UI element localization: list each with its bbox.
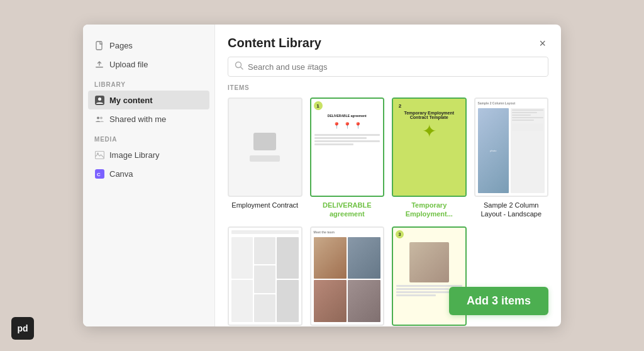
item-multi-col[interactable]: Sample Multi Column Layout <box>228 226 303 326</box>
upload-icon <box>94 59 104 69</box>
main-content: Content Library × ITEMS <box>215 25 561 326</box>
item-thumb-temporary: 2 Temporary Employment Contract Template… <box>392 98 467 197</box>
canva-label: Canva <box>109 169 133 179</box>
logo-badge: pd <box>11 317 34 340</box>
svg-rect-1 <box>96 67 103 68</box>
search-icon <box>235 61 243 72</box>
modal-title: Content Library <box>228 36 321 50</box>
svg-rect-0 <box>96 42 102 50</box>
search-input[interactable] <box>248 62 541 72</box>
item-2col-landscape[interactable]: Sample 2 Column Layout photo <box>474 98 549 219</box>
sidebar-item-upload[interactable]: Upload file <box>83 55 214 74</box>
image-icon <box>94 150 104 160</box>
content-library-modal: Pages Upload file LIBRARY My content <box>83 25 561 326</box>
item-label-temporary: Temporary Employment... <box>392 201 467 219</box>
deliverable-number: 1 <box>314 101 323 110</box>
svg-text:C: C <box>97 172 101 177</box>
modal-header: Content Library × <box>215 25 561 57</box>
item-thumb-multi <box>228 226 303 326</box>
file-icon <box>94 40 104 50</box>
upload-label: Upload file <box>109 60 148 69</box>
item-team-intro[interactable]: Meet the team Sample Team Intro <box>310 226 385 326</box>
sidebar-item-shared-with-me[interactable]: Shared with me <box>83 109 214 128</box>
library-section-label: LIBRARY <box>83 74 214 91</box>
svg-point-3 <box>98 98 101 101</box>
item-thumb-deliverable: 1 DELIVERABLE agreement 📍 📍 📍 <box>310 98 385 197</box>
pages-label: Pages <box>109 41 133 50</box>
item-thumb-2col: Sample 2 Column Layout photo <box>474 98 549 197</box>
item-temporary-employment[interactable]: 2 Temporary Employment Contract Template… <box>392 98 467 219</box>
item-thumb-team: Meet the team <box>310 226 385 326</box>
item-label-2col: Sample 2 Column Layout - Landscape <box>474 201 549 219</box>
person-icon <box>94 95 104 105</box>
close-button[interactable]: × <box>536 36 548 50</box>
add-items-button[interactable]: Add 3 items <box>449 287 548 315</box>
sidebar-item-pages[interactable]: Pages <box>83 36 214 55</box>
sidebar-item-image-library[interactable]: Image Library <box>83 145 214 164</box>
svg-point-5 <box>100 116 103 119</box>
people-icon <box>94 114 104 124</box>
svg-point-4 <box>97 116 99 119</box>
modal-footer: Add 3 items <box>449 287 548 315</box>
shared-with-me-label: Shared with me <box>109 114 166 124</box>
image-library-label: Image Library <box>109 150 159 160</box>
my-content-label: My content <box>109 96 153 105</box>
media-section-label: MEDIA <box>83 128 214 145</box>
search-bar <box>228 57 548 77</box>
canva-icon: C <box>94 169 104 179</box>
item-deliverable-agreement[interactable]: 1 DELIVERABLE agreement 📍 📍 📍 <box>310 98 385 219</box>
sidebar-item-canva[interactable]: C Canva <box>83 164 214 183</box>
sidebar-item-my-content[interactable]: My content <box>88 91 209 109</box>
item-thumb-employment-contract <box>228 98 303 197</box>
sidebar: Pages Upload file LIBRARY My content <box>83 25 215 326</box>
item-employment-contract[interactable]: Employment Contract <box>228 98 303 219</box>
item-label-employment-contract: Employment Contract <box>231 201 298 209</box>
item-label-deliverable: DELIVERABLE agreement <box>310 201 385 219</box>
items-section-label: ITEMS <box>215 82 561 95</box>
